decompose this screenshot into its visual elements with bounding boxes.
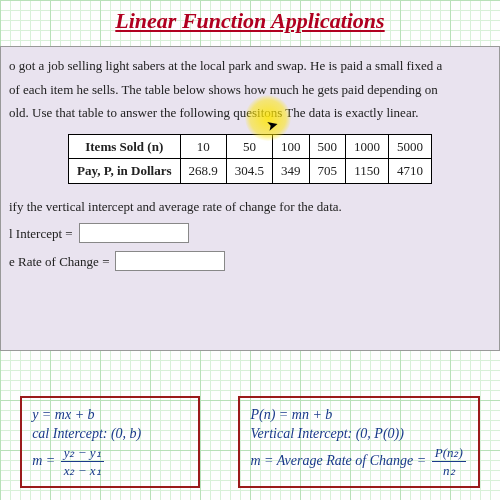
- cell: 268.9: [180, 159, 226, 184]
- formula-row: y = mx + b cal Intercept: (0, b) m = y₂ …: [0, 396, 500, 488]
- fraction-numerator: P(n₂): [432, 444, 466, 463]
- row-header: Items Sold (n): [68, 134, 180, 159]
- formula-line: Vertical Intercept: (0, P(0)): [250, 425, 467, 444]
- cell: 500: [309, 134, 346, 159]
- cell: 100: [273, 134, 310, 159]
- cell: 50: [226, 134, 272, 159]
- fraction: P(n₂) n₂: [432, 444, 466, 480]
- problem-text-line: o got a job selling light sabers at the …: [9, 57, 491, 75]
- fraction-denominator: x₂ − x₁: [61, 462, 104, 480]
- cell: 5000: [389, 134, 432, 159]
- formula-box-cartesian: y = mx + b cal Intercept: (0, b) m = y₂ …: [20, 396, 200, 488]
- formula-line: y = mx + b: [32, 406, 188, 425]
- table-row: Pay, P, in Dollars 268.9 304.5 349 705 1…: [68, 159, 431, 184]
- vertical-intercept-label: l Intercept =: [9, 225, 73, 243]
- fraction-denominator: n₂: [432, 462, 466, 480]
- page-title: Linear Function Applications: [0, 8, 500, 34]
- fraction-numerator: y₂ − y₁: [61, 444, 104, 463]
- title-bar: Linear Function Applications: [0, 0, 500, 40]
- data-table: Items Sold (n) 10 50 100 500 1000 5000 P…: [68, 134, 432, 184]
- formula-lhs: m =: [32, 453, 55, 468]
- formula-lhs: m = Average Rate of Change =: [250, 453, 426, 468]
- formula-line: m = y₂ − y₁ x₂ − x₁: [32, 444, 188, 480]
- cell: 304.5: [226, 159, 272, 184]
- cell: 349: [273, 159, 310, 184]
- cell: 10: [180, 134, 226, 159]
- cell: 1000: [346, 134, 389, 159]
- cell: 4710: [389, 159, 432, 184]
- problem-panel: ➤ o got a job selling light sabers at th…: [0, 46, 500, 351]
- problem-text-line: of each item he sells. The table below s…: [9, 81, 491, 99]
- rate-of-change-label: e Rate of Change =: [9, 253, 109, 271]
- sub-question: ify the vertical intercept and average r…: [9, 198, 491, 216]
- row-header: Pay, P, in Dollars: [68, 159, 180, 184]
- table-row: Items Sold (n) 10 50 100 500 1000 5000: [68, 134, 431, 159]
- vertical-intercept-row: l Intercept =: [9, 223, 491, 243]
- formula-line: cal Intercept: (0, b): [32, 425, 188, 444]
- fraction: y₂ − y₁ x₂ − x₁: [61, 444, 104, 480]
- cell: 705: [309, 159, 346, 184]
- rate-of-change-input[interactable]: [115, 251, 225, 271]
- formula-line: m = Average Rate of Change = P(n₂) n₂: [250, 444, 467, 480]
- problem-text-line: old. Use that table to answer the follow…: [9, 104, 491, 122]
- formula-box-application: P(n) = mn + b Vertical Intercept: (0, P(…: [238, 396, 479, 488]
- rate-of-change-row: e Rate of Change =: [9, 251, 491, 271]
- cell: 1150: [346, 159, 389, 184]
- vertical-intercept-input[interactable]: [79, 223, 189, 243]
- formula-line: P(n) = mn + b: [250, 406, 467, 425]
